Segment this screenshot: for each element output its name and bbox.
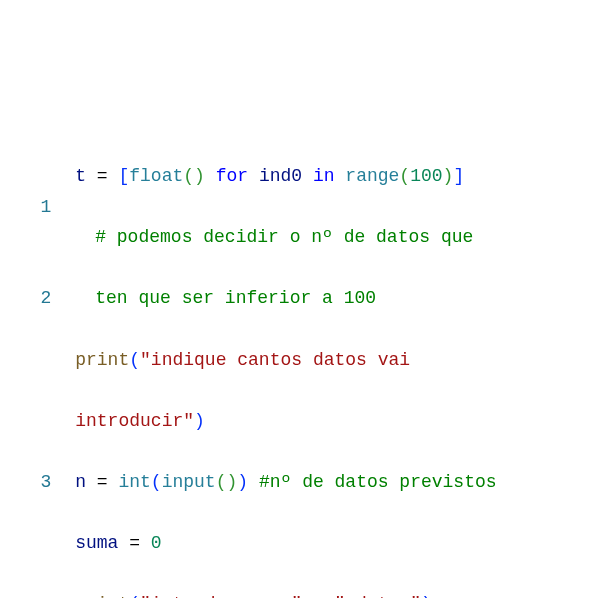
line-number: 1 xyxy=(8,192,51,223)
code-line: t = [float() for ind0 in range(100)] xyxy=(67,161,593,192)
line-number-gutter: 1 2 3 4 5 6 7 8 9 10 11 12 13 14 15 16 1… xyxy=(0,130,67,598)
line-number: 2 xyxy=(8,283,51,314)
code-line: suma = 0 xyxy=(67,528,593,559)
line-number xyxy=(8,375,51,406)
code-line: introducir") xyxy=(67,406,593,437)
code-line: print("indique cantos datos vai xyxy=(67,345,593,376)
code-editor: 1 2 3 4 5 6 7 8 9 10 11 12 13 14 15 16 1… xyxy=(0,130,593,598)
line-number: 3 xyxy=(8,467,51,498)
line-number xyxy=(8,559,51,590)
code-line: ten que ser inferior a 100 xyxy=(67,283,593,314)
code-line: print("introduza os ",n," datos") xyxy=(67,589,593,598)
code-line: n = int(input()) #nº de datos previstos xyxy=(67,467,593,498)
code-area[interactable]: t = [float() for ind0 in range(100)] # p… xyxy=(67,130,593,598)
code-line: # podemos decidir o nº de datos que xyxy=(67,222,593,253)
